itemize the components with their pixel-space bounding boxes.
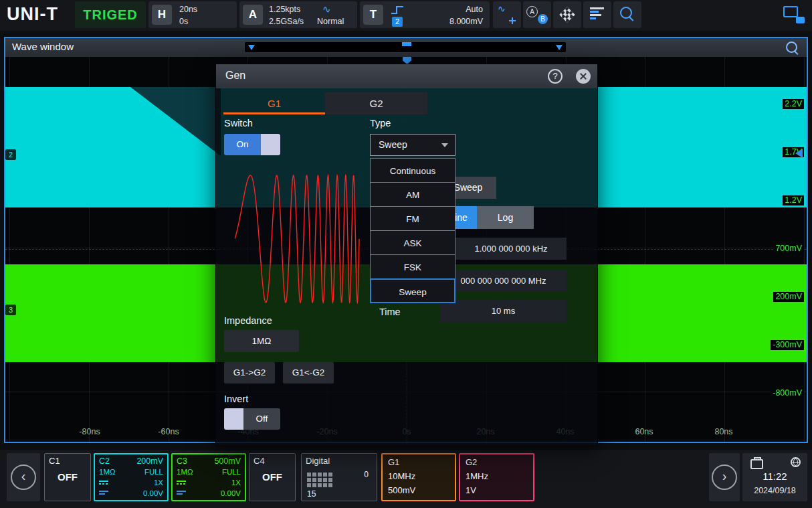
chevron-left-icon: ‹ [11, 464, 36, 490]
tab-g2[interactable]: G2 [325, 92, 427, 114]
digital-bit-square [328, 478, 332, 482]
switch-on-segment[interactable]: On [224, 134, 261, 155]
impedance-button[interactable]: 1MΩ [224, 330, 299, 352]
invert-off-segment[interactable]: Off [243, 408, 280, 430]
channel4-box[interactable]: C4 OFF [249, 453, 296, 501]
levels-icon [590, 7, 605, 21]
digital-bit-square [323, 478, 327, 482]
gen-dialog-titlebar[interactable]: Gen ? [216, 64, 597, 88]
chevron-down-icon [441, 143, 448, 147]
generator2-freq: 1MHz [466, 471, 488, 481]
type-option-ask[interactable]: ASK [370, 230, 455, 255]
globe-icon [791, 457, 801, 467]
channel3-marker[interactable]: 3 [5, 305, 16, 315]
trigger-status-badge: TRIGED [75, 1, 146, 28]
copy-g2-to-g1-button[interactable]: G1<-G2 [283, 362, 334, 384]
channel2-scale: 200mV [136, 456, 163, 466]
trigger-level-marker[interactable] [795, 149, 803, 158]
channel2-marker[interactable]: 2 [5, 149, 16, 160]
clock-box[interactable]: 11:22 2024/09/18 [742, 453, 807, 501]
copy-g1-to-g2-button[interactable]: G1->G2 [224, 362, 275, 384]
wave-window-header: Wave window [5, 38, 807, 57]
acquire-settings-button[interactable]: A 1.25kpts 2.5GSa/s ∿ Normal [239, 1, 357, 28]
horizontal-scrollbar[interactable] [245, 42, 566, 52]
gen-dialog-title: Gen [225, 70, 245, 82]
checker-tiles-icon [559, 7, 575, 23]
horizontal-scale: 20ns [179, 5, 197, 14]
sweep-time-field[interactable]: 10 ms [440, 300, 567, 322]
digital-bit-square [307, 478, 311, 482]
type-dropdown[interactable]: Sweep [370, 134, 455, 156]
type-option-am[interactable]: AM [370, 182, 455, 207]
levels-button[interactable] [583, 1, 611, 28]
search-button[interactable] [613, 1, 641, 28]
digital-label: Digital [306, 456, 330, 466]
scroll-left-icon[interactable] [248, 45, 255, 50]
sweep-time-label: Time [379, 307, 401, 317]
generator2-box[interactable]: G2 1MHz 1V [459, 453, 534, 501]
type-option-fsk[interactable]: FSK [370, 254, 455, 279]
chevron-right-icon: › [712, 464, 737, 490]
sweep-scale-log-button[interactable]: Log [477, 206, 534, 229]
tiles-view-button[interactable] [553, 1, 581, 28]
prev-page-button[interactable]: ‹ [7, 453, 40, 501]
switch-toggle[interactable]: On [224, 134, 280, 155]
impedance-label: Impedance [224, 315, 272, 326]
scroll-right-icon[interactable] [556, 45, 563, 50]
digital-bit-square [312, 478, 316, 482]
bottom-channel-bar: ‹ C1 OFF C2 200mV 1MΩ FULL 1X 0.00V [0, 450, 812, 508]
ab-compare-button[interactable]: A B [523, 1, 551, 28]
multi-window-button[interactable] [781, 3, 807, 26]
channel3-name: C3 [177, 456, 187, 466]
time-label: -80ns [79, 427, 100, 436]
type-option-sweep[interactable]: Sweep [370, 278, 455, 303]
sweep-stop-freq-field[interactable]: 000 000 000 000 MHz [440, 270, 567, 292]
type-option-continuous[interactable]: Continuous [370, 158, 455, 183]
digital-bit-square [318, 483, 322, 487]
signal-icon [99, 491, 108, 499]
type-dropdown-list: ContinuousAMFMASKFSKSweep [370, 158, 455, 303]
pan-zoom-waveform-button[interactable]: ∿ [493, 1, 521, 28]
print-icon [750, 459, 763, 469]
digital-channels-box[interactable]: Digital 0 15 [301, 453, 377, 501]
generator2-amplitude: 1V [466, 485, 476, 495]
channel2-box[interactable]: C2 200mV 1MΩ FULL 1X 0.00V [94, 453, 169, 501]
type-option-fm[interactable]: FM [370, 206, 455, 231]
scroll-handle[interactable] [402, 42, 411, 46]
close-button[interactable] [576, 69, 591, 84]
dc-coupling-icon [177, 481, 186, 489]
channel4-state: OFF [249, 471, 295, 483]
time-label: -60ns [158, 427, 179, 436]
horizontal-settings-button[interactable]: H 20ns 0s [148, 1, 237, 28]
digital-bit-square [323, 473, 327, 477]
invert-toggle[interactable]: Off [224, 408, 280, 430]
channel3-box[interactable]: C3 500mV 1MΩ FULL 1X 0.00V [171, 453, 246, 501]
gen-preview-wave [235, 171, 361, 307]
digital-bit-square [312, 473, 316, 477]
help-button[interactable]: ? [548, 69, 563, 84]
generator1-name: G1 [388, 457, 399, 467]
channel3-offset: 0.00V [221, 489, 241, 497]
crosshair-icon [509, 17, 516, 24]
search-icon [620, 7, 632, 19]
generator1-box[interactable]: G1 10MHz 500mV [381, 453, 456, 501]
channel2-bandwidth: FULL [144, 468, 163, 476]
horizontal-offset: 0s [179, 17, 188, 26]
invert-track[interactable] [224, 408, 243, 430]
b-circle-icon: B [538, 14, 548, 24]
waveform-icon: ∿ [498, 3, 506, 14]
next-page-button[interactable]: › [709, 453, 740, 501]
switch-track[interactable] [261, 134, 280, 155]
memory-depth: 1.25kpts [269, 5, 300, 14]
tab-g1[interactable]: G1 [223, 92, 325, 114]
sweep-start-freq-field[interactable]: 1.000 000 000 kHz [455, 238, 567, 260]
channel1-box[interactable]: C1 OFF [44, 453, 91, 501]
channel3-bandwidth: FULL [222, 468, 241, 476]
zoom-icon[interactable] [786, 41, 797, 53]
channel4-name: C4 [253, 456, 265, 466]
trigger-settings-button[interactable]: T 2 Auto 8.000mV [360, 1, 490, 28]
clock-time: 11:22 [742, 471, 807, 482]
digital-bit-square [318, 478, 322, 482]
channel1-name: C1 [49, 456, 60, 466]
channel2-impedance: 1MΩ [99, 468, 116, 476]
